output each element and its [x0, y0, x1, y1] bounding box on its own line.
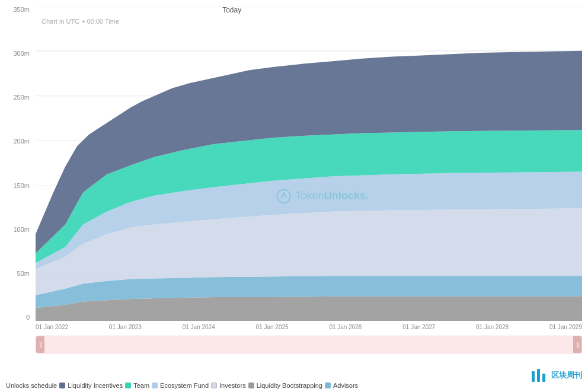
legend: Unlocks schedule Liquidity Incentives Te… — [0, 382, 588, 389]
y-axis: 350m 300m 250m 200m 150m 100m 50m 0 — [0, 6, 33, 321]
legend-item-advisors: Advisors — [325, 382, 358, 389]
svg-rect-10 — [532, 371, 535, 382]
today-label: Today — [222, 6, 241, 14]
x-label-2028: 01 Jan 2028 — [476, 324, 509, 330]
legend-label-investors: Investors — [219, 382, 246, 389]
branding-icon — [530, 366, 548, 384]
chart-container: 350m 300m 250m 200m 150m 100m 50m 0 Char… — [0, 0, 588, 392]
y-label-300m: 300m — [13, 50, 30, 57]
y-label-50m: 50m — [17, 270, 30, 277]
legend-dot-liquidity-bootstrapping — [248, 383, 254, 388]
legend-label-liquidity-bootstrapping: Liquidity Bootstrapping — [257, 382, 322, 389]
legend-label-ecosystem-fund: Ecosystem Fund — [160, 382, 209, 389]
svg-rect-12 — [542, 374, 545, 382]
y-label-350m: 350m — [13, 6, 30, 13]
y-label-150m: 150m — [13, 182, 30, 189]
legend-item-unlocks-schedule: Unlocks schedule — [6, 382, 57, 389]
scrollbar-left-handle[interactable]: ‖ — [36, 336, 44, 353]
x-label-2029: 01 Jan 2029 — [549, 324, 582, 330]
x-axis: 01 Jan 2022 01 Jan 2023 01 Jan 2024 01 J… — [36, 321, 582, 333]
y-label-250m: 250m — [13, 94, 30, 101]
legend-item-investors: Investors — [211, 382, 246, 389]
scrollbar[interactable]: ‖ ‖ — [36, 336, 582, 353]
x-label-2022: 01 Jan 2022 — [36, 324, 68, 330]
legend-item-liquidity-incentives: Liquidity Incentives — [59, 382, 123, 389]
legend-label-liquidity-incentives: Liquidity Incentives — [68, 382, 123, 389]
scrollbar-left-icon: ‖ — [39, 342, 42, 348]
x-label-2024: 01 Jan 2024 — [183, 324, 215, 330]
legend-item-ecosystem-fund: Ecosystem Fund — [152, 382, 209, 389]
x-label-2023: 01 Jan 2023 — [109, 324, 142, 330]
legend-dot-liquidity-incentives — [59, 383, 65, 388]
y-label-200m: 200m — [13, 138, 30, 145]
y-label-0: 0 — [26, 314, 30, 321]
legend-label-team: Team — [133, 382, 149, 389]
legend-item-team: Team — [125, 382, 149, 389]
x-label-2025: 01 Jan 2025 — [256, 324, 289, 330]
y-label-100m: 100m — [13, 226, 30, 233]
chart-svg — [36, 6, 582, 321]
svg-rect-11 — [537, 369, 540, 382]
legend-dot-team — [125, 383, 131, 388]
legend-label-advisors: Advisors — [333, 382, 358, 389]
scrollbar-right-handle[interactable]: ‖ — [573, 336, 581, 353]
legend-dot-advisors — [325, 383, 331, 388]
scrollbar-right-icon: ‖ — [576, 342, 579, 348]
legend-dot-ecosystem-fund — [152, 383, 158, 388]
legend-unlocks-schedule-label: Unlocks schedule — [6, 382, 57, 389]
x-label-2026: 01 Jan 2026 — [329, 324, 362, 330]
legend-dot-investors — [211, 383, 217, 388]
x-label-2027: 01 Jan 2027 — [402, 324, 435, 330]
branding: 区块周刊 — [530, 366, 582, 384]
branding-text: 区块周刊 — [551, 370, 582, 381]
legend-item-liquidity-bootstrapping: Liquidity Bootstrapping — [248, 382, 322, 389]
